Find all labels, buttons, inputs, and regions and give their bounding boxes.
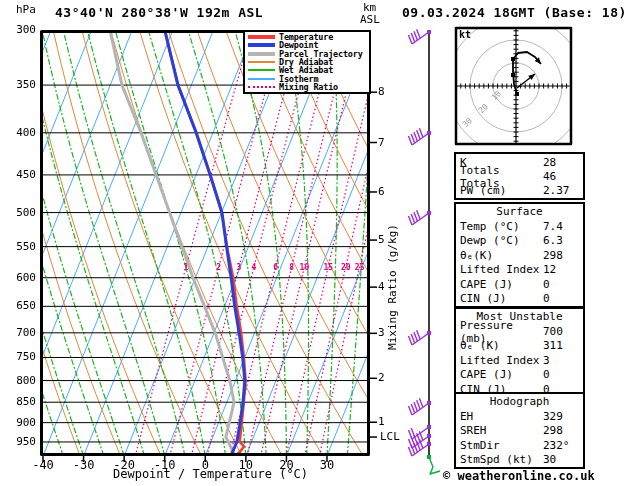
stat-row: CAPE (J)0 [460,368,583,382]
km-tick-label: 5 [378,234,385,245]
km-tick-label: 2 [378,372,385,383]
pressure-tick-label: 850 [6,396,36,407]
mixing-ratio-value-label: 4 [247,264,261,272]
stat-label: StmSpd (kt) [460,453,543,466]
pressure-tick-label: 900 [6,417,36,428]
x-tick-label: -30 [67,459,101,471]
stats-panel-hodograph: HodographEH329SREH298StmDir232°StmSpd (k… [454,392,585,469]
pressure-tick-label: 400 [6,127,36,138]
stat-row: PW (cm)2.37 [460,184,583,198]
stat-row: StmDir232° [460,438,583,452]
lcl-label: LCL [380,431,400,442]
stats-panel-most-unstable: Most UnstablePressure (mb)700θₑ (K)311Li… [454,307,585,398]
stat-value: 0 [543,292,583,305]
x-tick-label: 10 [229,459,263,471]
stat-label: Lifted Index [460,263,543,276]
datetime-label: 09.03.2024 18GMT (Base: 18) [402,6,627,19]
x-tick-label: -40 [26,459,60,471]
stat-label: SREH [460,424,543,437]
x-tick-label: 20 [269,459,303,471]
mixing-ratio-value-label: 15 [321,264,335,272]
x-tick-label: -10 [148,459,182,471]
stat-value: 46 [543,170,583,183]
km-tick-label: 6 [378,186,385,197]
chart-title: 43°40'N 280°38'W 192m ASL [55,6,263,19]
panel-title: Surface [460,205,583,219]
km-tick-label: 3 [378,327,385,338]
stat-value: 232° [543,439,583,452]
stat-value: 2.37 [543,184,583,197]
stat-label: CAPE (J) [460,368,543,381]
stat-row: Lifted Index3 [460,353,583,367]
stat-row: SREH298 [460,424,583,438]
stat-label: Temp (°C) [460,220,543,233]
km-tick-label: 1 [378,416,385,427]
copyright-footer: © weatheronline.co.uk [443,470,595,482]
stat-row: Dewp (°C)6.3 [460,234,583,248]
pressure-tick-label: 750 [6,351,36,362]
x-tick-label: 0 [188,459,222,471]
mixing-ratio-value-label: 1 [179,264,193,272]
stat-value: 298 [543,249,583,262]
stat-value: 311 [543,339,583,352]
altitude-unit-km: km [363,2,376,13]
stat-row: θₑ(K)298 [460,248,583,262]
stat-row: Totals Totals46 [460,169,583,183]
pressure-tick-label: 350 [6,79,36,90]
pressure-tick-label: 650 [6,300,36,311]
pressure-tick-label: 500 [6,207,36,218]
legend-line-sample [248,43,275,47]
stat-value: 30 [543,453,583,466]
mixing-ratio-value-label: 2 [212,264,226,272]
stat-label: StmDir [460,439,543,452]
stat-row: StmSpd (kt)30 [460,453,583,467]
hodograph-unit-label: kt [459,30,471,40]
pressure-tick-label: 600 [6,272,36,283]
altitude-unit-asl: ASL [360,14,380,25]
stat-value: 6.3 [543,234,583,247]
pressure-tick-label: 700 [6,327,36,338]
stat-value: 7.4 [543,220,583,233]
mixing-ratio-value-label: 20 [339,264,353,272]
pressure-tick-label: 300 [6,24,36,35]
stat-label: Dewp (°C) [460,234,543,247]
stat-label: CAPE (J) [460,278,543,291]
stat-value: 0 [543,278,583,291]
mixing-ratio-axis-title: Mixing Ratio (g/kg) [387,202,398,372]
stat-value: 298 [543,424,583,437]
stat-value: 0 [543,368,583,381]
legend-line-sample [248,69,275,71]
pressure-tick-label: 950 [6,436,36,447]
stat-row: Lifted Index12 [460,263,583,277]
stat-row: Temp (°C)7.4 [460,219,583,233]
legend-line-sample [248,61,275,63]
legend-line-sample [248,35,275,39]
panel-title: Hodograph [460,395,583,409]
stat-row: CAPE (J)0 [460,277,583,291]
stat-label: Lifted Index [460,354,543,367]
stat-row: Pressure (mb)700 [460,324,583,338]
stats-panel-surface: SurfaceTemp (°C)7.4Dewp (°C)6.3θₑ(K)298L… [454,202,585,308]
stat-row: θₑ (K)311 [460,339,583,353]
stat-row: EH329 [460,409,583,423]
km-tick-label: 8 [378,86,385,97]
stats-panel-indices: K28Totals Totals46PW (cm)2.37 [454,152,585,200]
stat-value: 28 [543,156,583,169]
stat-value: 3 [543,354,583,367]
pressure-tick-label: 450 [6,169,36,180]
legend-row: Mixing Ratio [245,83,369,91]
km-tick-label: 7 [378,137,385,148]
stat-row: CIN (J)0 [460,291,583,305]
pressure-tick-label: 550 [6,241,36,252]
legend-line-sample [248,78,275,80]
x-tick-label: 30 [310,459,344,471]
stat-value: 12 [543,263,583,276]
mixing-ratio-value-label: 6 [269,264,283,272]
pressure-tick-label: 800 [6,375,36,386]
stat-value: 700 [543,325,583,338]
stat-value: 329 [543,410,583,423]
stat-label: CIN (J) [460,292,543,305]
mixing-ratio-value-label: 25 [353,264,367,272]
legend-label: Mixing Ratio [279,82,338,92]
km-tick-label: 4 [378,281,385,292]
